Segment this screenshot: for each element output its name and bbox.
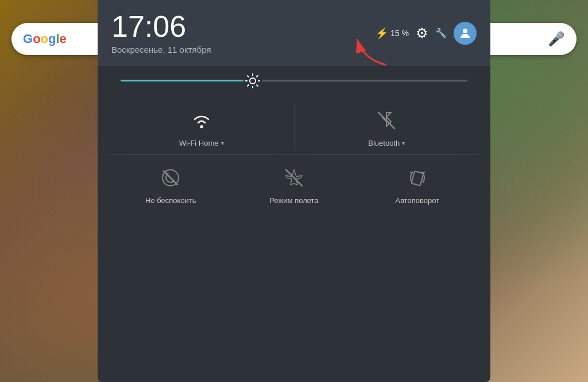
dnd-label: Не беспокоить <box>145 196 196 205</box>
brightness-slider[interactable] <box>121 80 467 81</box>
bluetooth-toggle[interactable]: Bluetooth ▾ <box>295 100 479 154</box>
autorotate-label: Автоповорот <box>395 196 439 205</box>
autorotate-toggle[interactable]: Автоповорот <box>355 157 479 212</box>
bluetooth-label-row: Bluetooth ▾ <box>368 139 405 147</box>
svg-line-8 <box>256 84 258 86</box>
svg-point-1 <box>463 29 467 33</box>
dnd-icon <box>160 167 181 188</box>
wifi-label: Wi-Fi Home <box>179 139 219 147</box>
wrench-icon[interactable]: 🔧 <box>435 28 447 38</box>
user-avatar[interactable] <box>454 22 477 45</box>
toggles-row-1: Wi-Fi Home ▾ Bluetooth ▾ <box>98 100 490 154</box>
airplane-icon-wrap <box>280 164 308 192</box>
bluetooth-icon <box>376 110 397 131</box>
airplane-toggle[interactable]: Режим полета <box>233 157 356 212</box>
svg-line-9 <box>247 84 249 86</box>
header-icons: ⚡ 15 % ⚙ 🔧 <box>376 22 477 45</box>
wifi-label-row: Wi-Fi Home ▾ <box>179 139 224 147</box>
wifi-icon-wrap <box>188 107 215 134</box>
settings-icon[interactable]: ⚙ <box>416 25 428 41</box>
quick-toggles: Wi-Fi Home ▾ Bluetooth ▾ <box>98 91 490 221</box>
toggles-row-2: Не беспокоить Режим полета <box>98 157 490 212</box>
autorotate-icon <box>407 167 428 188</box>
bluetooth-label: Bluetooth <box>368 139 400 147</box>
svg-line-7 <box>247 75 249 77</box>
datetime: 17:06 Воскресенье, 11 октября <box>111 11 211 54</box>
brightness-icon <box>245 73 261 89</box>
notification-panel: 17:06 Воскресенье, 11 октября ⚡ 15 % <box>98 0 490 382</box>
row-divider <box>109 154 479 155</box>
wifi-icon <box>190 110 213 131</box>
google-logo: Google <box>23 32 67 46</box>
dnd-icon-wrap <box>157 164 184 192</box>
svg-point-11 <box>200 126 203 128</box>
battery-percentage: 15 % <box>390 29 409 38</box>
wifi-toggle[interactable]: Wi-Fi Home ▾ <box>109 100 294 154</box>
brightness-section <box>98 66 490 91</box>
battery-info: ⚡ 15 % <box>376 27 409 40</box>
time-display: 17:06 <box>111 11 211 41</box>
wifi-chevron[interactable]: ▾ <box>221 140 224 146</box>
airplane-label: Режим полета <box>269 196 318 205</box>
airplane-icon <box>284 167 304 188</box>
brightness-thumb[interactable] <box>243 72 262 90</box>
date-display: Воскресенье, 11 октября <box>111 45 211 54</box>
battery-icon: ⚡ <box>376 27 388 40</box>
svg-line-10 <box>256 75 258 77</box>
bluetooth-icon-wrap <box>373 107 400 134</box>
svg-rect-16 <box>411 171 423 185</box>
dnd-toggle[interactable]: Не беспокоить <box>109 157 233 212</box>
mic-icon[interactable]: 🎤 <box>548 31 565 47</box>
svg-point-2 <box>250 78 256 84</box>
bluetooth-chevron[interactable]: ▾ <box>402 140 405 146</box>
panel-header: 17:06 Воскресенье, 11 октября ⚡ 15 % <box>98 0 490 66</box>
autorotate-icon-wrap <box>404 164 431 192</box>
